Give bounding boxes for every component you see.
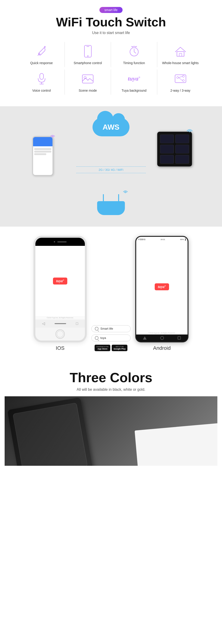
svg-point-2 — [87, 56, 88, 56]
android-status-bar: 中国移动 16:21 69% ▐ — [136, 237, 188, 242]
wifi-signal-phone — [50, 133, 55, 138]
image-icon — [81, 72, 95, 86]
colors-section: Three Colors All will be available in bl… — [0, 360, 222, 466]
clock-icon — [127, 44, 141, 58]
colors-title: Three Colors — [5, 370, 217, 385]
search-icon-smartlife — [95, 327, 98, 330]
hero-title: WiFi Touch Switch — [5, 15, 217, 29]
nav-recent[interactable] — [178, 336, 181, 340]
features-row-1: Quick response Smartphone control — [5, 42, 217, 67]
svg-rect-9 — [177, 52, 184, 56]
ios-label: IOS — [56, 345, 64, 351]
aws-cloud: AWS — [92, 118, 130, 136]
feature-tuya-label: Tuya background — [122, 89, 147, 92]
android-phone: 中国移动 16:21 69% ▐ tuya® ©2019 Tuya Inc. A… — [135, 236, 189, 342]
switch-device — [157, 132, 192, 166]
feature-whole-house-label: Whole-house smart lights — [162, 61, 199, 65]
feature-voice-control: Voice control — [18, 70, 65, 95]
aws-section: AWS — [0, 106, 222, 227]
svg-line-21 — [179, 78, 183, 80]
ios-phone: tuya® ©2019 Tuya Inc. All Rights Reserve… — [33, 236, 87, 342]
share-icon — [174, 72, 187, 86]
store-badges: Download on the App Store GET IT ON Goog… — [95, 345, 128, 352]
colors-subtitle: All will be available in black, white or… — [5, 388, 217, 392]
feature-smartphone-label: Smartphone control — [73, 61, 102, 65]
feature-smartphone-control: Smartphone control — [65, 42, 111, 67]
smart-life-badge: smart life — [99, 7, 123, 13]
hero-subtitle: Use it to start smart life — [5, 31, 217, 35]
app-section: tuya® ©2019 Tuya Inc. All Rights Reserve… — [0, 227, 222, 360]
nav-home[interactable] — [160, 336, 164, 340]
hero-section: smart life WiFi Touch Switch Use it to s… — [0, 0, 222, 106]
svg-point-18 — [183, 76, 184, 77]
tuya-icon: tuya® — [127, 72, 141, 86]
phone-icon — [81, 44, 95, 58]
feature-timing: Timing function — [111, 42, 157, 67]
search-text-smartlife: Smart life — [100, 327, 113, 330]
feature-tuya-background: tuya® Tuya background — [111, 70, 157, 95]
google-play-badge[interactable]: GET IT ON Google Play — [112, 345, 127, 352]
mic-icon — [35, 72, 48, 86]
aws-router — [97, 194, 125, 215]
connection-text: 2G / 3G/ 4G / WiFi — [76, 168, 146, 172]
aws-phone — [30, 136, 55, 176]
switch-image-container — [5, 396, 217, 466]
ios-phone-column: tuya® ©2019 Tuya Inc. All Rights Reserve… — [33, 236, 87, 351]
svg-rect-11 — [40, 74, 43, 80]
android-phone-column: 中国移动 16:21 69% ▐ tuya® ©2019 Tuya Inc. A… — [135, 236, 189, 351]
svg-line-7 — [132, 46, 133, 47]
feature-quick-response-label: Quick response — [30, 61, 53, 65]
feature-two-way: 2-way / 3-way — [157, 70, 204, 95]
aws-label: AWS — [103, 123, 120, 132]
app-middle-content: Smart life tuya Download on the App Stor… — [91, 325, 131, 352]
black-switch-visual — [7, 397, 93, 466]
aws-diagram: AWS — [30, 118, 192, 215]
svg-line-20 — [179, 76, 183, 78]
android-nav-bar — [136, 334, 188, 342]
svg-rect-10 — [179, 54, 182, 56]
feature-scene-label: Scene mode — [79, 89, 97, 92]
house-icon — [174, 44, 187, 58]
search-bar-smartlife: Smart life — [91, 325, 131, 332]
cloud-shape: AWS — [92, 118, 130, 136]
search-icon-tuya — [95, 336, 98, 340]
feature-whole-house: Whole-house smart lights — [157, 42, 204, 67]
svg-line-6 — [134, 52, 136, 53]
svg-point-24 — [125, 192, 126, 193]
feature-quick-response: Quick response — [18, 42, 65, 67]
svg-point-19 — [183, 80, 184, 82]
android-screen: tuya® — [136, 242, 188, 332]
svg-point-17 — [177, 76, 179, 78]
svg-point-22 — [52, 137, 53, 138]
features-row-2: Voice control Scene mode tuya® Tuya — [5, 70, 217, 95]
aws-switch — [157, 132, 192, 166]
wrench-icon — [35, 44, 48, 58]
feature-timing-label: Timing function — [123, 61, 145, 65]
nav-back[interactable] — [143, 336, 147, 340]
search-text-tuya: tuya — [100, 336, 106, 340]
search-bar-tuya: tuya — [91, 334, 131, 342]
wifi-signal-switch — [186, 127, 193, 133]
feature-two-way-label: 2-way / 3-way — [170, 89, 190, 92]
android-label: Android — [153, 345, 171, 351]
feature-voice-label: Voice control — [32, 89, 51, 92]
svg-point-0 — [39, 54, 40, 55]
feature-scene-mode: Scene mode — [65, 70, 111, 95]
svg-line-8 — [136, 46, 137, 47]
app-store-badge[interactable]: Download on the App Store — [95, 345, 111, 352]
white-paper-background — [135, 422, 217, 466]
ios-screen: tuya® — [35, 246, 85, 316]
svg-point-23 — [189, 132, 190, 132]
connection-label: 2G / 3G/ 4G / WiFi — [76, 166, 146, 173]
svg-rect-14 — [82, 75, 93, 83]
switch-glass — [13, 403, 88, 466]
